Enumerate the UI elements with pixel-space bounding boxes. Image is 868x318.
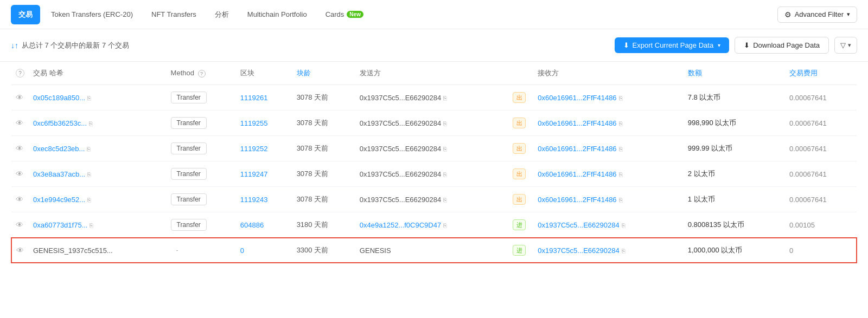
col-receiver-label: 接收方: [538, 69, 559, 77]
download-page-data-button[interactable]: ⬇ Download Page Data: [735, 37, 829, 54]
sender-text: 0x1937C5c5...E66290284: [360, 145, 441, 153]
block-link[interactable]: 1119261: [240, 94, 268, 102]
col-amount: 数额: [684, 62, 785, 85]
tab-token-transfers[interactable]: Token Transfers (ERC-20): [43, 5, 141, 24]
col-tx-hash: 交易 哈希: [29, 62, 167, 85]
copy-icon[interactable]: ⎘: [87, 171, 91, 178]
copy-icon[interactable]: ⎘: [443, 222, 447, 229]
tx-hash-link[interactable]: 0x05c189a850...: [33, 94, 85, 102]
copy-icon[interactable]: ⎘: [90, 222, 93, 229]
block-link[interactable]: 1119255: [240, 119, 268, 127]
filter-icon: ▽: [840, 41, 846, 49]
export-page-data-button[interactable]: ⬇ Export Current Page Data ▾: [615, 37, 730, 53]
copy-icon[interactable]: ⎘: [619, 95, 623, 101]
copy-icon[interactable]: ⎘: [89, 120, 93, 127]
sender-text: 0x1937C5c5...E66290284: [360, 196, 441, 204]
eye-icon[interactable]: 👁: [16, 220, 23, 229]
copy-icon[interactable]: ⎘: [619, 197, 623, 203]
block-link[interactable]: 1119243: [240, 196, 268, 204]
copy-icon[interactable]: ⎘: [622, 248, 626, 254]
copy-icon[interactable]: ⎘: [443, 197, 447, 203]
amount-text: 1,000,000 以太币: [688, 246, 742, 254]
direction-out-badge: 出: [513, 194, 526, 205]
tx-hash-link[interactable]: 0xa60773d1f75...: [33, 221, 87, 229]
fee-text: 0: [789, 246, 793, 255]
eye-icon[interactable]: 👁: [16, 246, 24, 255]
tab-nft-transfers[interactable]: NFT Transfers: [144, 5, 204, 24]
advanced-filter-button[interactable]: ⚙ Advanced Filter ▾: [777, 7, 857, 23]
tab-token-transfers-label: Token Transfers (ERC-20): [51, 10, 133, 18]
tab-analysis-label: 分析: [215, 10, 229, 20]
method-badge: Transfer: [171, 92, 207, 103]
col-method: Method ?: [167, 62, 236, 85]
sub-header: ↓↑ 从总计 7 个交易中的最新 7 个交易 ⬇ Export Current …: [0, 29, 868, 62]
eye-icon[interactable]: 👁: [16, 93, 23, 102]
amount-text: 0.8008135 以太币: [688, 220, 744, 229]
export-btn-label: Export Current Page Data: [633, 41, 714, 49]
col-block: 区块: [236, 62, 292, 85]
block-link[interactable]: 1119252: [240, 145, 268, 153]
receiver-link[interactable]: 0x1937C5c5...E66290284: [538, 221, 619, 229]
copy-icon[interactable]: ⎘: [87, 146, 91, 152]
eye-icon[interactable]: 👁: [16, 119, 23, 127]
tx-hash-link[interactable]: 0x3e8aa37acb...: [33, 170, 85, 178]
copy-icon[interactable]: ⎘: [443, 171, 447, 178]
tx-hash-link[interactable]: 0xc6f5b36253c...: [33, 119, 87, 127]
block-link[interactable]: 1119247: [240, 170, 268, 178]
copy-icon[interactable]: ⎘: [443, 95, 447, 101]
age-text: 3078 天前: [297, 93, 329, 101]
top-navigation: 交易 Token Transfers (ERC-20) NFT Transfer…: [0, 0, 868, 29]
eye-icon[interactable]: 👁: [16, 170, 23, 178]
copy-icon[interactable]: ⎘: [619, 171, 623, 178]
sender-link[interactable]: 0x4e9a1252...f0C9C9D47: [360, 221, 441, 229]
chevron-down-icon: ▾: [847, 11, 850, 18]
copy-icon[interactable]: ⎘: [443, 120, 447, 127]
direction-out-badge: 出: [513, 92, 526, 103]
method-info-icon[interactable]: ?: [198, 70, 206, 77]
copy-icon[interactable]: ⎘: [622, 222, 626, 229]
filter-button[interactable]: ▽ ▾: [834, 37, 857, 54]
col-tx-hash-label: 交易 哈希: [33, 69, 63, 77]
fee-text: 0.00067641: [789, 170, 827, 178]
filter-funnel-icon: ⚙: [784, 10, 792, 19]
copy-icon[interactable]: ⎘: [443, 146, 447, 152]
copy-icon[interactable]: ⎘: [87, 95, 91, 101]
block-link[interactable]: 604886: [240, 221, 264, 229]
copy-icon[interactable]: ⎘: [619, 120, 623, 127]
download-page-icon: ⬇: [744, 41, 750, 49]
tab-multichain[interactable]: Multichain Portfolio: [240, 5, 315, 24]
tab-jiaoy[interactable]: 交易: [11, 5, 40, 24]
eye-icon[interactable]: 👁: [16, 144, 23, 153]
table-row: 👁0x05c189a850...⎘Transfer11192613078 天前0…: [11, 85, 857, 111]
tab-nft-transfers-label: NFT Transfers: [151, 10, 196, 18]
receiver-link[interactable]: 0x60e16961...2FfF41486: [538, 170, 616, 178]
copy-icon[interactable]: ⎘: [87, 197, 91, 203]
sub-header-actions: ⬇ Export Current Page Data ▾ ⬇ Download …: [615, 37, 857, 54]
table-row: 👁0x3e8aa37acb...⎘Transfer11192473078 天前0…: [11, 161, 857, 187]
tab-cards[interactable]: Cards New: [318, 5, 371, 24]
block-link[interactable]: 0: [240, 246, 244, 255]
export-chevron-icon: ▾: [718, 42, 720, 48]
tab-multichain-label: Multichain Portfolio: [247, 10, 307, 18]
receiver-link[interactable]: 0x1937C5c5...E66290284: [538, 246, 619, 255]
amount-text: 1 以太币: [688, 195, 715, 203]
copy-icon[interactable]: ⎘: [619, 146, 623, 152]
method-dash: -: [171, 245, 184, 256]
nav-right: ⚙ Advanced Filter ▾: [777, 7, 857, 23]
method-badge: Transfer: [171, 193, 207, 205]
eye-icon[interactable]: 👁: [16, 195, 23, 204]
receiver-link[interactable]: 0x60e16961...2FfF41486: [538, 145, 616, 153]
receiver-link[interactable]: 0x60e16961...2FfF41486: [538, 196, 616, 204]
download-btn-label: Download Page Data: [753, 41, 820, 49]
sort-icon: ↓↑: [11, 41, 18, 50]
age-text: 3078 天前: [297, 195, 329, 203]
tx-hash-link[interactable]: 0x1e994c9e52...: [33, 196, 85, 204]
col-amount-label: 数额: [688, 69, 702, 77]
transactions-table-container: ? 交易 哈希 Method ? 区块 块龄 发送方: [0, 62, 868, 263]
sender-text: 0x1937C5c5...E66290284: [360, 119, 441, 127]
sender-text: 0x1937C5c5...E66290284: [360, 170, 441, 178]
tx-hash-link[interactable]: 0xec8c5d23eb...: [33, 145, 85, 153]
receiver-link[interactable]: 0x60e16961...2FfF41486: [538, 119, 616, 127]
tab-analysis[interactable]: 分析: [207, 5, 237, 24]
receiver-link[interactable]: 0x60e16961...2FfF41486: [538, 94, 616, 102]
